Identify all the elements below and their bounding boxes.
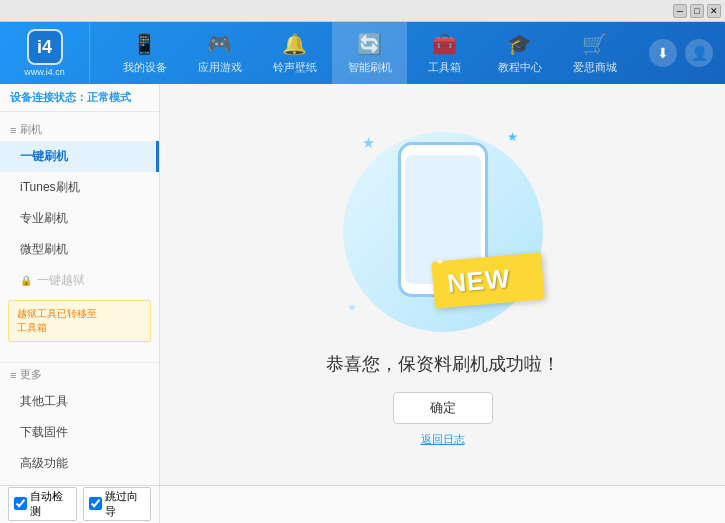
nav-toolbox-icon: 🧰: [432, 32, 457, 56]
main-area: 设备连接状态：正常模式 ≡刷机 一键刷机 iTunes刷机 专业刷机 微型刷机: [0, 84, 725, 485]
nav-mydevice-icon: 📱: [132, 32, 157, 56]
nav-ringtone[interactable]: 🔔 铃声壁纸: [257, 22, 332, 84]
auto-connect-label: 自动检测: [30, 489, 71, 519]
ribbon-star-left: ✦: [435, 255, 445, 269]
more-section: ≡更多 其他工具 下载固件 高级功能: [0, 352, 159, 485]
sparkle-3: [348, 303, 357, 312]
content-area: NEW ✦ ✦ 恭喜您，保资料刷机成功啦！ 确定 返回日志: [160, 84, 725, 485]
sparkle-2: [508, 132, 518, 142]
nav-smartflash-label: 智能刷机: [348, 60, 392, 75]
logo[interactable]: i4 www.i4.cn: [0, 22, 90, 84]
nav-tutorial-icon: 🎓: [507, 32, 532, 56]
download-button[interactable]: ⬇: [649, 39, 677, 67]
nav-tutorial[interactable]: 🎓 教程中心: [482, 22, 557, 84]
nav-mydevice-label: 我的设备: [123, 60, 167, 75]
nav-ringtone-label: 铃声壁纸: [273, 60, 317, 75]
status-bar: 设备连接状态：正常模式: [0, 84, 159, 112]
sidebar-item-othertool[interactable]: 其他工具: [0, 386, 159, 417]
success-title: 恭喜您，保资料刷机成功啦！: [326, 352, 560, 376]
ribbon-star-right: ✦: [533, 303, 541, 314]
sidebar: 设备连接状态：正常模式 ≡刷机 一键刷机 iTunes刷机 专业刷机 微型刷机: [0, 84, 160, 485]
success-illustration: NEW ✦ ✦: [333, 122, 553, 342]
onekey-label: 一键刷机: [20, 148, 68, 165]
flash-group-header: ≡刷机: [0, 118, 159, 141]
nav-toolbox[interactable]: 🧰 工具箱: [407, 22, 482, 84]
othertool-label: 其他工具: [20, 393, 68, 410]
logo-icon: i4: [27, 29, 63, 65]
confirm-button[interactable]: 确定: [393, 392, 493, 424]
nav-mall-icon: 🛒: [582, 32, 607, 56]
sidebar-item-download[interactable]: 下载固件: [0, 417, 159, 448]
bottom-right-area: ⬡ 阻止iTunes运行 V7.98.66 客服 微信公众号 检查更新: [160, 486, 725, 523]
new-ribbon: NEW ✦ ✦: [433, 257, 543, 312]
sidebar-item-jailbreak: 🔒 一键越狱: [0, 265, 159, 296]
nav-right-actions: ⬇ 👤: [649, 39, 725, 67]
bottom-spacer: [160, 486, 725, 523]
ribbon-body: NEW: [431, 252, 545, 308]
more-group-header: ≡更多: [0, 362, 159, 386]
download-fw-label: 下载固件: [20, 424, 68, 441]
flash-section: ≡刷机 一键刷机 iTunes刷机 专业刷机 微型刷机 🔒 一键越狱: [0, 112, 159, 352]
nav-mall-label: 爱思商城: [573, 60, 617, 75]
sidebar-item-onekey[interactable]: 一键刷机: [0, 141, 159, 172]
sidebar-item-pro[interactable]: 专业刷机: [0, 203, 159, 234]
sidebar-item-advanced[interactable]: 高级功能: [0, 448, 159, 479]
skip-wizard-checkbox[interactable]: [89, 497, 102, 510]
nav-mall[interactable]: 🛒 爱思商城: [557, 22, 632, 84]
auto-connect-checkbox[interactable]: [14, 497, 27, 510]
header: i4 www.i4.cn 📱 我的设备 🎮 应用游戏 🔔 铃声壁纸 🔄 智能刷机…: [0, 22, 725, 84]
nav-mydevice[interactable]: 📱 我的设备: [107, 22, 182, 84]
titlebar: ─ □ ✕: [0, 0, 725, 22]
device-section: 自动检测 跳过向导 📱 iPhone 12 mini 64GB Down-12m…: [0, 486, 160, 523]
sparkle-1: [363, 137, 375, 149]
nav-tutorial-label: 教程中心: [498, 60, 542, 75]
user-button[interactable]: 👤: [685, 39, 713, 67]
nav-smartflash-icon: 🔄: [357, 32, 382, 56]
auto-connect-checkbox-label[interactable]: 自动检测: [8, 487, 77, 521]
sidebar-item-micro[interactable]: 微型刷机: [0, 234, 159, 265]
status-value: 正常模式: [87, 91, 131, 103]
nav-bar: 📱 我的设备 🎮 应用游戏 🔔 铃声壁纸 🔄 智能刷机 🧰 工具箱 🎓 教程中心…: [90, 22, 649, 84]
nav-appgame-icon: 🎮: [207, 32, 232, 56]
bottom-combined: 自动检测 跳过向导 📱 iPhone 12 mini 64GB Down-12m…: [0, 485, 725, 523]
pro-label: 专业刷机: [20, 210, 68, 227]
minimize-button[interactable]: ─: [673, 4, 687, 18]
sidebar-item-itunes[interactable]: iTunes刷机: [0, 172, 159, 203]
nav-appgame[interactable]: 🎮 应用游戏: [182, 22, 257, 84]
nav-toolbox-label: 工具箱: [428, 60, 461, 75]
nav-smartflash[interactable]: 🔄 智能刷机: [332, 22, 407, 84]
ribbon-text: NEW: [445, 261, 529, 299]
return-log-link[interactable]: 返回日志: [421, 432, 465, 447]
skip-wizard-checkbox-label[interactable]: 跳过向导: [83, 487, 152, 521]
status-label: 设备连接状态：: [10, 91, 87, 103]
nav-ringtone-icon: 🔔: [282, 32, 307, 56]
advanced-label: 高级功能: [20, 455, 68, 472]
micro-label: 微型刷机: [20, 241, 68, 258]
nav-appgame-label: 应用游戏: [198, 60, 242, 75]
logo-subtitle: www.i4.cn: [24, 67, 65, 77]
skip-wizard-label: 跳过向导: [105, 489, 146, 519]
jailbreak-label: 一键越狱: [37, 272, 85, 289]
close-button[interactable]: ✕: [707, 4, 721, 18]
maximize-button[interactable]: □: [690, 4, 704, 18]
jailbreak-warning: 越狱工具已转移至 工具箱: [8, 300, 151, 342]
itunes-label: iTunes刷机: [20, 179, 80, 196]
